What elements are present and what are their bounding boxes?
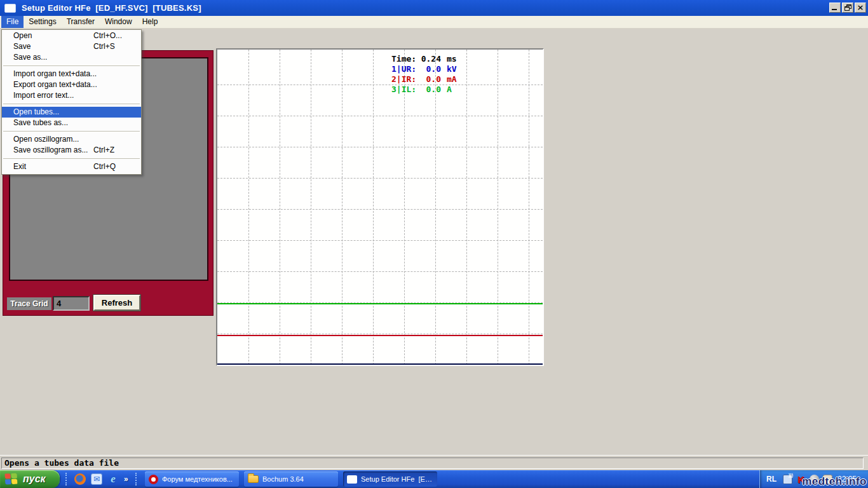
network-icon[interactable]: [783, 475, 792, 484]
menu-item-shortcut: [93, 107, 133, 118]
desktop-screen: Setup Editor HFe [ED_HF.SVC] [TUBES.KS] …: [0, 0, 868, 488]
oscillogram-chart: Time: 0.24 ms 1|UR: 0.0 kV 2|IR: 0.0 mA …: [216, 48, 544, 366]
refresh-button[interactable]: Refresh: [93, 295, 140, 311]
internet-explorer-icon[interactable]: e: [107, 473, 119, 485]
restore-button[interactable]: [842, 3, 853, 13]
menu-separator: [3, 158, 140, 159]
grid-line-horizontal: [217, 271, 543, 272]
menu-bar: File Settings Transfer Window Help: [0, 16, 868, 29]
minimize-button[interactable]: [829, 3, 841, 13]
menu-item-save[interactable]: Save Ctrl+S: [2, 41, 141, 52]
menu-item-label: Exit: [13, 161, 26, 172]
toolbar-grip[interactable]: [65, 473, 67, 485]
mail-icon[interactable]: ✉: [91, 473, 102, 485]
menu-item-shortcut: Ctrl+Q: [93, 161, 133, 172]
legend-time-row: Time: 0.24 ms: [391, 54, 457, 64]
UR-trace: [217, 363, 543, 365]
legend-label: Time:: [391, 54, 418, 64]
menu-item-label: Save as...: [13, 52, 47, 63]
menu-item-label: Open: [13, 30, 32, 41]
grid-line-vertical: [435, 50, 436, 365]
close-button[interactable]: ×: [855, 3, 866, 13]
menu-item-shortcut: [93, 134, 133, 145]
menu-item-label: Save: [13, 41, 31, 52]
menu-separator: [3, 104, 140, 104]
menu-item-open-oszillogram[interactable]: Open oszillogram...: [2, 134, 141, 145]
menu-item-shortcut: Ctrl+Z: [93, 145, 133, 156]
window-title: Setup Editor HFe [ED_HF.SVC] [TUBES.KS]: [22, 3, 201, 13]
grid-line-vertical: [373, 50, 374, 365]
menu-item-save-as[interactable]: Save as...: [2, 52, 141, 63]
toolbar-grip[interactable]: [135, 473, 137, 485]
grid-line-vertical: [498, 50, 498, 365]
menu-item-exit[interactable]: Exit Ctrl+Q: [2, 161, 141, 172]
grid-line-horizontal: [217, 240, 543, 241]
status-bar: Opens a tubes data file: [0, 455, 868, 470]
menu-item-label: Open oszillogram...: [13, 134, 79, 145]
app-window-icon: [4, 4, 16, 13]
menu-item-label: Open tubes...: [13, 107, 59, 118]
menu-item-open[interactable]: Open Ctrl+O...: [2, 30, 141, 41]
menu-item-shortcut: [93, 118, 133, 128]
grid-line-vertical: [280, 50, 280, 365]
taskbar: пуск ✉ e » Форум медтехников... Bochum 3…: [0, 470, 868, 488]
file-menu-popup: Open Ctrl+O... Save Ctrl+S Save as... Im…: [1, 29, 142, 175]
menu-item-export-organ[interactable]: Export organ text+data...: [2, 79, 141, 90]
quick-launch-overflow-chevron[interactable]: »: [124, 475, 128, 484]
start-button[interactable]: пуск: [0, 470, 60, 488]
taskbar-button-label: Bochum 3.64: [262, 475, 304, 483]
menu-item-label: Save tubes as...: [13, 118, 68, 128]
grid-line-horizontal: [217, 147, 543, 147]
grid-line-vertical: [404, 50, 405, 365]
firefox-icon[interactable]: [74, 473, 86, 485]
grid-line-vertical: [466, 50, 467, 365]
menu-separator: [3, 65, 140, 66]
taskbar-button-setup-editor[interactable]: Setup Editor HFe [ED...: [343, 471, 437, 487]
menu-item-open-tubes[interactable]: Open tubes...: [2, 107, 141, 118]
IR-trace: [217, 335, 543, 336]
menu-item-shortcut: [93, 90, 133, 101]
watermark: medteh.info: [802, 475, 867, 488]
window-controls: ×: [829, 3, 866, 13]
opera-icon: [149, 475, 158, 484]
trace-grid-label: Trace Grid: [7, 297, 51, 310]
trace-grid-input[interactable]: [53, 296, 90, 311]
menu-item-shortcut: Ctrl+S: [93, 41, 133, 52]
legend-value: 0.0: [418, 64, 441, 74]
legend-unit: A: [441, 85, 452, 95]
menu-item-shortcut: [93, 52, 133, 63]
legend-unit: mA: [441, 74, 457, 85]
menu-item-save-tubes-as[interactable]: Save tubes as...: [2, 118, 141, 128]
menu-window[interactable]: Window: [100, 16, 137, 28]
menu-item-import-error[interactable]: Import error text...: [2, 90, 141, 101]
menu-help[interactable]: Help: [137, 16, 163, 28]
start-label: пуск: [23, 473, 46, 485]
grid-line-horizontal: [217, 209, 543, 210]
menu-item-label: Export organ text+data...: [13, 79, 97, 90]
grid-line-horizontal: [217, 116, 543, 116]
language-indicator[interactable]: RL: [764, 474, 779, 484]
title-bar: Setup Editor HFe [ED_HF.SVC] [TUBES.KS] …: [0, 0, 868, 16]
quick-launch: ✉ e »: [64, 470, 139, 488]
folder-icon: [248, 475, 259, 483]
grid-line-vertical: [342, 50, 342, 365]
menu-transfer[interactable]: Transfer: [62, 16, 100, 28]
menu-item-save-oszillogram-as[interactable]: Save oszillogram as... Ctrl+Z: [2, 145, 141, 156]
app-window-icon: [347, 475, 357, 484]
taskbar-button-forum[interactable]: Форум медтехников...: [145, 471, 239, 487]
taskbar-button-bochum[interactable]: Bochum 3.64: [244, 471, 338, 487]
menu-item-shortcut: [97, 69, 133, 79]
menu-settings[interactable]: Settings: [24, 16, 61, 28]
legend-value: 0.0: [418, 74, 441, 85]
legend-ir-row: 2|IR: 0.0 mA: [391, 74, 457, 85]
grid-line-horizontal: [217, 334, 543, 334]
legend-value: 0.0: [418, 85, 441, 95]
menu-item-import-organ[interactable]: Import organ text+data...: [2, 69, 141, 79]
status-text: Opens a tubes data file: [1, 458, 864, 469]
grid-line-vertical: [529, 50, 529, 365]
menu-separator: [3, 131, 140, 132]
menu-item-label: Import organ text+data...: [13, 69, 97, 79]
menu-file[interactable]: File: [1, 16, 24, 28]
legend-value: 0.24: [418, 54, 441, 64]
legend-label: 3|IL:: [391, 85, 418, 95]
